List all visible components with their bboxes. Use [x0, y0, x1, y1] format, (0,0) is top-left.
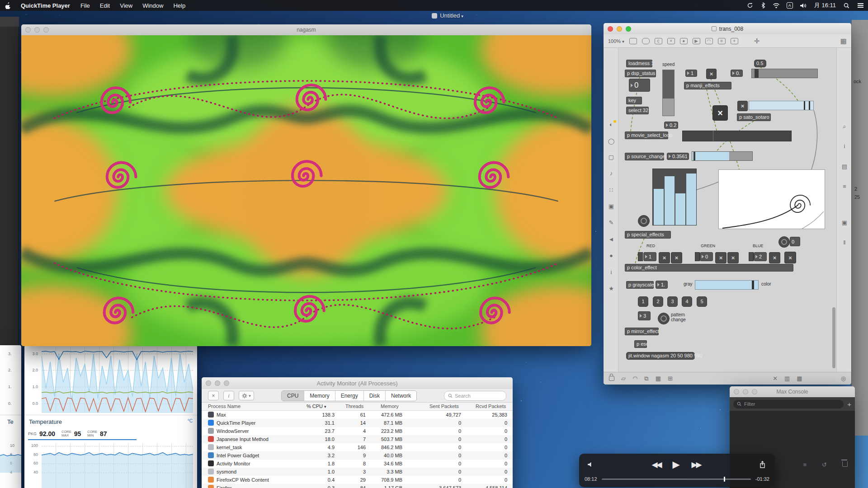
rewind-button[interactable]: ◀◀ — [646, 460, 666, 469]
list-icon[interactable]: ≡ — [840, 183, 849, 190]
jit-window-message[interactable]: jit.window nagasm 20 50 980 590 — [626, 352, 695, 360]
attrui-icon[interactable]: ≡ — [718, 38, 726, 44]
green-number-box[interactable]: 0 — [700, 252, 713, 261]
number-box[interactable]: 0.2 — [664, 122, 678, 129]
toggle-icon[interactable]: × — [667, 38, 675, 44]
mirror-effect-subpatch[interactable]: p mirror_effect — [625, 328, 659, 335]
number-box[interactable]: 0. — [731, 70, 743, 77]
red-toggle-2[interactable]: × — [671, 252, 682, 263]
record-icon[interactable]: ● — [607, 252, 615, 259]
speed-slider[interactable] — [662, 70, 675, 116]
close-button[interactable] — [206, 380, 211, 386]
fast-forward-button[interactable]: ▶▶ — [686, 460, 706, 469]
close-button[interactable] — [734, 389, 739, 394]
table-row[interactable]: Activity Monitor 1.8 8 34.6 MB 0 0 — [202, 460, 513, 468]
bluetooth-icon[interactable] — [757, 2, 769, 9]
mixer-icon[interactable]: ‖ — [840, 239, 849, 246]
menu-bar-clock[interactable]: 月 16:11 — [810, 1, 840, 9]
palette-icon[interactable]: ◐ — [607, 121, 615, 128]
spotlight-icon[interactable] — [840, 3, 853, 9]
mini-slider[interactable] — [638, 252, 643, 261]
new-object-icon[interactable] — [629, 38, 637, 44]
trash-icon[interactable] — [842, 461, 848, 467]
table-row[interactable]: Japanese Input Method 18.0 7 503.7 MB 0 … — [202, 435, 513, 443]
h-slider[interactable] — [751, 69, 818, 78]
blue-toggle-2[interactable]: × — [784, 252, 796, 263]
pattern-button-1[interactable]: 1 — [638, 296, 648, 307]
list-icon[interactable]: ≡ — [803, 461, 807, 468]
minimize-button[interactable] — [617, 26, 622, 32]
info-icon[interactable]: i — [607, 269, 615, 276]
minimize-button[interactable] — [215, 380, 220, 386]
bang-icon[interactable]: ● — [680, 38, 688, 44]
movie-range-slider[interactable] — [682, 131, 792, 141]
grayscale-subpatch[interactable]: p grayscale — [626, 281, 654, 289]
new-message-icon[interactable] — [642, 38, 650, 44]
apple-menu[interactable] — [0, 2, 15, 9]
tab-energy[interactable]: Energy — [335, 391, 363, 401]
add-filter-icon[interactable]: + — [847, 400, 851, 408]
col-cpu[interactable]: % CPU — [307, 404, 326, 409]
undo-icon[interactable]: ↺ — [822, 461, 827, 468]
multislider[interactable] — [652, 169, 697, 225]
col-sent-packets[interactable]: Sent Packets — [429, 404, 459, 409]
add-object-icon[interactable]: + — [731, 38, 738, 44]
color-effect-subpatch[interactable]: p color_effect — [625, 264, 793, 272]
tab-memory[interactable]: Memory — [304, 391, 335, 401]
pattern-button-5[interactable]: 5 — [697, 296, 707, 307]
esc-subpatch[interactable]: p esc — [634, 340, 647, 348]
table-row[interactable]: Max 138.3 61 472.6 MB 49,727 25,383 — [202, 411, 513, 419]
close-button[interactable] — [608, 26, 613, 32]
time-machine-icon[interactable] — [743, 2, 757, 9]
red-number-box[interactable]: 1 — [643, 252, 656, 261]
patcher-scrollbar[interactable] — [832, 307, 835, 368]
comment-icon[interactable]: c — [655, 38, 662, 44]
pattern-button-4[interactable]: 4 — [682, 296, 692, 307]
inspector-icon[interactable]: ▤ — [840, 163, 849, 170]
pattern-button-2[interactable]: 2 — [653, 296, 663, 307]
play-button[interactable]: ▶ — [666, 459, 686, 470]
number-box[interactable]: 0 — [790, 237, 800, 246]
notification-center-icon[interactable] — [853, 2, 868, 9]
manji-effects-subpatch[interactable]: p manji_effects — [684, 82, 731, 89]
bang-button[interactable] — [778, 236, 790, 248]
tab-cpu[interactable]: CPU — [282, 391, 304, 401]
menu-view[interactable]: View — [115, 2, 137, 9]
mini-slider[interactable] — [749, 252, 754, 261]
blue-number-box[interactable]: 2 — [754, 252, 767, 261]
col-process-name[interactable]: Process Name — [208, 404, 241, 409]
special-effects-subpatch[interactable]: p special_effects — [625, 231, 671, 239]
table-row[interactable]: Firefox 0.3 84 1.17 GB 3,647,573 4,558,1… — [202, 484, 513, 488]
max-console-titlebar[interactable]: Max Console — [730, 386, 855, 398]
blue-toggle[interactable]: × — [769, 252, 780, 263]
loadmess-object[interactable]: loadmess 1 — [626, 60, 652, 67]
green-toggle[interactable]: × — [715, 252, 726, 263]
qt-document-title[interactable]: Untitled — [407, 12, 488, 19]
minimize-button[interactable] — [34, 27, 40, 33]
pattern-bang[interactable] — [658, 313, 670, 324]
pattern-number-box[interactable]: 3 — [638, 311, 651, 320]
inspect-button[interactable]: i — [223, 391, 234, 400]
bang-button[interactable] — [638, 215, 650, 227]
patcher-titlebar[interactable]: trans_008 — [604, 23, 851, 35]
snippets-icon[interactable]: ∷ — [607, 187, 615, 193]
quit-process-button[interactable]: × — [208, 391, 219, 400]
playbar-icon[interactable]: ▶ — [693, 38, 700, 44]
menu-file[interactable]: File — [75, 2, 95, 9]
zoom-button[interactable] — [224, 380, 229, 386]
red-toggle[interactable]: × — [659, 252, 670, 263]
big-number-box[interactable]: 0 — [629, 79, 650, 92]
nagasm-titlebar[interactable]: nagasm — [21, 24, 591, 36]
jit-preview-window[interactable] — [718, 169, 825, 229]
snap-icon[interactable]: ⊞ — [668, 375, 673, 382]
windows-icon[interactable]: ⧉ — [644, 375, 648, 382]
video-canvas[interactable] — [21, 35, 591, 346]
dsp-status-subpatch[interactable]: p dsp_status — [625, 70, 656, 77]
menu-window[interactable]: Window — [137, 2, 168, 9]
dial-icon[interactable]: ◠ — [705, 38, 713, 44]
tab-disk[interactable]: Disk — [363, 391, 385, 401]
message-box[interactable]: 0.5 — [754, 60, 766, 67]
zoom-button[interactable] — [626, 26, 631, 32]
col-rcvd-packets[interactable]: Rcvd Packets — [476, 404, 506, 409]
settings-dropdown[interactable] — [239, 391, 254, 400]
